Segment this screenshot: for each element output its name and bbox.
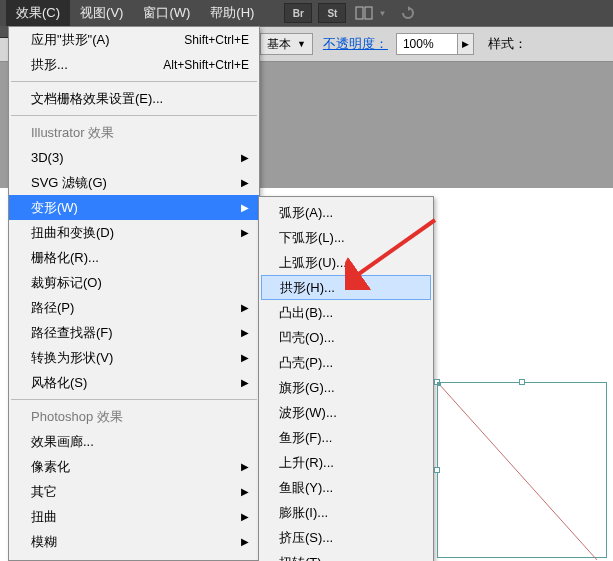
- menu-item-label: 其它: [31, 483, 57, 501]
- menu-item-effectgallery[interactable]: 效果画廊...: [9, 429, 259, 454]
- chevron-down-icon: ▼: [297, 39, 306, 49]
- svg-rect-0: [356, 7, 363, 19]
- menu-help[interactable]: 帮助(H): [200, 0, 264, 26]
- menu-effect[interactable]: 效果(C): [6, 0, 70, 26]
- menu-item-other[interactable]: 其它▶: [9, 479, 259, 504]
- submenu-arrow-icon: ▶: [241, 377, 249, 388]
- selection-handle[interactable]: [434, 379, 440, 385]
- svg-rect-1: [365, 7, 372, 19]
- menu-item-label: 风格化(S): [31, 374, 87, 392]
- sync-icon[interactable]: [396, 3, 420, 23]
- menubar: 效果(C) 视图(V) 窗口(W) 帮助(H) Br St ▼: [0, 0, 613, 26]
- submenu-item[interactable]: 上弧形(U)...: [259, 250, 433, 275]
- submenu-item[interactable]: 膨胀(I)...: [259, 500, 433, 525]
- submenu-arrow-icon: ▶: [241, 486, 249, 497]
- submenu-item[interactable]: 弧形(A)...: [259, 200, 433, 225]
- selection-bounding-box[interactable]: [437, 382, 607, 558]
- menu-view[interactable]: 视图(V): [70, 0, 133, 26]
- submenu-arrow-icon: ▶: [241, 327, 249, 338]
- menu-item-pathfinder[interactable]: 路径查找器(F)▶: [9, 320, 259, 345]
- opacity-step-icon[interactable]: ▶: [458, 33, 474, 55]
- menu-separator: [11, 399, 257, 400]
- effect-menu: 应用"拱形"(A) Shift+Ctrl+E 拱形... Alt+Shift+C…: [8, 26, 260, 561]
- menu-item-cropmarks[interactable]: 裁剪标记(O): [9, 270, 259, 295]
- submenu-arrow-icon: ▶: [241, 511, 249, 522]
- menu-item-label: 栅格化(R)...: [31, 249, 99, 267]
- style-label: 样式：: [488, 35, 527, 53]
- submenu-arrow-icon: ▶: [241, 302, 249, 313]
- menu-item-label: 像素化: [31, 458, 70, 476]
- menu-apply-last[interactable]: 应用"拱形"(A) Shift+Ctrl+E: [9, 27, 259, 52]
- menu-last-effect[interactable]: 拱形... Alt+Shift+Ctrl+E: [9, 52, 259, 77]
- menu-item-label: 扭曲: [31, 508, 57, 526]
- menu-item-pixelate[interactable]: 像素化▶: [9, 454, 259, 479]
- menu-item-warp[interactable]: 变形(W)▶: [9, 195, 259, 220]
- menu-item-label: 扭曲和变换(D): [31, 224, 114, 242]
- submenu-item[interactable]: 扭转(T)...: [259, 550, 433, 561]
- menu-item-3d[interactable]: 3D(3)▶: [9, 145, 259, 170]
- submenu-item[interactable]: 凸出(B)...: [259, 300, 433, 325]
- menu-item-label: 裁剪标记(O): [31, 274, 102, 292]
- menu-item-label: 路径查找器(F): [31, 324, 113, 342]
- menu-apply-last-label: 应用"拱形"(A): [31, 31, 110, 49]
- submenu-item[interactable]: 拱形(H)...: [261, 275, 431, 300]
- submenu-item[interactable]: 挤压(S)...: [259, 525, 433, 550]
- submenu-item[interactable]: 波形(W)...: [259, 400, 433, 425]
- menu-item-label: SVG 滤镜(G): [31, 174, 107, 192]
- opacity-input[interactable]: 100%: [396, 33, 458, 55]
- menu-last-effect-label: 拱形...: [31, 56, 68, 74]
- submenu-item[interactable]: 上升(R)...: [259, 450, 433, 475]
- menu-item-label: 3D(3): [31, 150, 64, 165]
- menu-item-svgfilter[interactable]: SVG 滤镜(G)▶: [9, 170, 259, 195]
- submenu-item[interactable]: 鱼眼(Y)...: [259, 475, 433, 500]
- warp-submenu: 弧形(A)...下弧形(L)...上弧形(U)...拱形(H)...凸出(B).…: [258, 196, 434, 561]
- menu-section-photoshop: Photoshop 效果: [9, 404, 259, 429]
- bridge-icon[interactable]: Br: [284, 3, 312, 23]
- submenu-arrow-icon: ▶: [241, 202, 249, 213]
- menu-item-rasterize[interactable]: 栅格化(R)...: [9, 245, 259, 270]
- menu-item-distort-ps[interactable]: 扭曲▶: [9, 504, 259, 529]
- stock-icon[interactable]: St: [318, 3, 346, 23]
- opacity-label[interactable]: 不透明度：: [323, 35, 388, 53]
- submenu-arrow-icon: ▶: [241, 536, 249, 547]
- menu-item-label: 路径(P): [31, 299, 74, 317]
- menu-doc-raster-label: 文档栅格效果设置(E)...: [31, 90, 163, 108]
- selection-handle[interactable]: [519, 379, 525, 385]
- arrange-icon[interactable]: [352, 3, 376, 23]
- menu-item-stylize[interactable]: 风格化(S)▶: [9, 370, 259, 395]
- submenu-arrow-icon: ▶: [241, 152, 249, 163]
- menu-item-label: 效果画廊...: [31, 433, 94, 451]
- submenu-item[interactable]: 凹壳(O)...: [259, 325, 433, 350]
- menu-last-effect-shortcut: Alt+Shift+Ctrl+E: [163, 58, 249, 72]
- menu-separator: [11, 115, 257, 116]
- menu-item-distort[interactable]: 扭曲和变换(D)▶: [9, 220, 259, 245]
- submenu-arrow-icon: ▶: [241, 352, 249, 363]
- menu-item-path[interactable]: 路径(P)▶: [9, 295, 259, 320]
- menu-doc-raster[interactable]: 文档栅格效果设置(E)...: [9, 86, 259, 111]
- submenu-arrow-icon: ▶: [241, 227, 249, 238]
- menu-window[interactable]: 窗口(W): [133, 0, 200, 26]
- style-basic-dropdown[interactable]: 基本 ▼: [260, 33, 313, 55]
- menu-item-blur[interactable]: 模糊▶: [9, 529, 259, 554]
- submenu-item[interactable]: 旗形(G)...: [259, 375, 433, 400]
- submenu-item[interactable]: 下弧形(L)...: [259, 225, 433, 250]
- submenu-arrow-icon: ▶: [241, 177, 249, 188]
- menu-apply-last-shortcut: Shift+Ctrl+E: [184, 33, 249, 47]
- style-basic-label: 基本: [267, 36, 291, 53]
- submenu-arrow-icon: ▶: [241, 461, 249, 472]
- selection-handle[interactable]: [434, 467, 440, 473]
- menu-item-label: 模糊: [31, 533, 57, 551]
- menu-section-illustrator: Illustrator 效果: [9, 120, 259, 145]
- submenu-item[interactable]: 凸壳(P)...: [259, 350, 433, 375]
- menu-item-convertshape[interactable]: 转换为形状(V)▶: [9, 345, 259, 370]
- submenu-item[interactable]: 鱼形(F)...: [259, 425, 433, 450]
- menu-separator: [11, 81, 257, 82]
- menu-item-label: 转换为形状(V): [31, 349, 113, 367]
- menu-item-label: 变形(W): [31, 199, 78, 217]
